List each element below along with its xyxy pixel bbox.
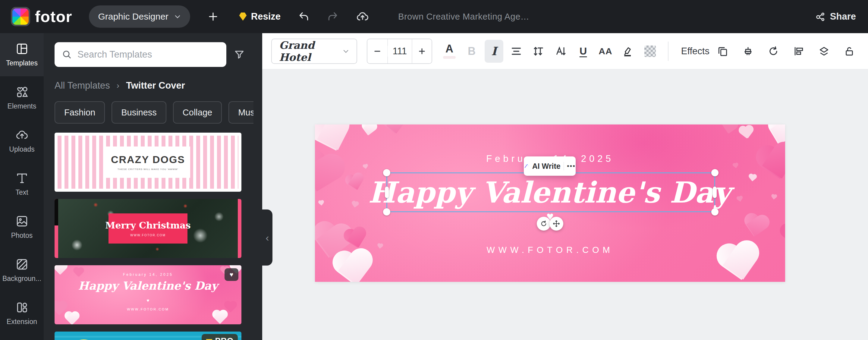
- letter-spacing-icon: [555, 45, 567, 57]
- underline-button[interactable]: U: [574, 40, 592, 63]
- category-chips: Fashion Business Collage Music ›: [55, 101, 253, 124]
- fotor-logo-icon: [11, 7, 30, 26]
- document-title[interactable]: Brown Creative Marketing Age…: [398, 12, 529, 22]
- chip-music[interactable]: Music: [228, 101, 253, 124]
- template-card-merry-christmas[interactable]: Merry Christmas WWW.FOTOR.COM: [55, 199, 241, 258]
- template-card-valentines[interactable]: February 14, 2025 Happy Valentine's Day …: [55, 265, 241, 324]
- background-icon: [16, 258, 29, 271]
- templates-icon: [16, 42, 29, 56]
- heart-decor: [738, 125, 756, 142]
- sidebar-item-label: Text: [16, 188, 28, 196]
- font-size-increase-button[interactable]: [412, 39, 432, 63]
- fotor-editor: fotor Graphic Designer Resize Brown Crea…: [0, 0, 868, 340]
- canvas-url-text[interactable]: WWW.FOTOR.COM: [315, 245, 785, 255]
- heart-decor: [362, 164, 369, 170]
- undo-icon: [298, 11, 310, 22]
- effects-button[interactable]: Effects: [678, 40, 713, 62]
- resize-handle-top-left[interactable]: [383, 169, 390, 176]
- cloud-upload-icon: [356, 10, 369, 23]
- redo-button[interactable]: [327, 11, 338, 22]
- more-options-button[interactable]: •••: [567, 163, 576, 169]
- photos-icon: [16, 215, 29, 228]
- panel-collapse-button[interactable]: ‹: [262, 210, 273, 266]
- toolbar-divider: [668, 41, 669, 61]
- share-button[interactable]: Share: [815, 11, 856, 22]
- font-size-decrease-button[interactable]: [367, 39, 387, 63]
- template-subtitle: THESE CRITTERS WILL MAKE YOU 'AWWW': [118, 168, 179, 171]
- sidebar-item-photos[interactable]: Photos: [0, 206, 44, 249]
- unlock-icon: [844, 45, 855, 57]
- heart-decor: [359, 124, 379, 139]
- favorite-badge[interactable]: ♥: [224, 268, 239, 281]
- layers-button[interactable]: [814, 40, 834, 63]
- chip-business[interactable]: Business: [112, 101, 166, 124]
- rotate-handle-button[interactable]: [537, 217, 551, 230]
- template-url: WWW.FOTOR.COM: [55, 307, 241, 311]
- move-handle-icon: [553, 220, 560, 227]
- resize-button[interactable]: Resize: [239, 11, 281, 22]
- bold-glyph: B: [468, 45, 475, 58]
- resize-label: Resize: [251, 11, 281, 22]
- chip-collage[interactable]: Collage: [173, 101, 222, 124]
- highlight-button[interactable]: [618, 40, 637, 63]
- template-card-pro[interactable]: PRO: [55, 332, 241, 340]
- search-icon: [62, 50, 72, 60]
- font-family-select[interactable]: Grand Hotel: [271, 38, 357, 64]
- elements-icon: [16, 85, 29, 99]
- highlighter-icon: [622, 45, 634, 57]
- filter-icon[interactable]: [234, 49, 245, 60]
- resize-handle-middle-right[interactable]: [713, 187, 717, 198]
- align-button[interactable]: [789, 40, 808, 63]
- sidebar-item-label: Backgroun...: [2, 275, 41, 283]
- duplicate-button[interactable]: [713, 40, 733, 63]
- sidebar-item-uploads[interactable]: Uploads: [0, 119, 44, 162]
- text-case-button[interactable]: AA: [596, 40, 615, 63]
- search-box: [55, 42, 226, 67]
- fotor-logo[interactable]: fotor: [11, 7, 72, 26]
- sidebar-item-background[interactable]: Backgroun...: [0, 249, 44, 292]
- cloud-save-button[interactable]: [356, 10, 369, 23]
- rotate-button[interactable]: [764, 40, 783, 63]
- sidebar-item-templates[interactable]: Templates: [0, 33, 44, 76]
- left-icon-rail: Templates Elements Uploads Text Photos B…: [0, 33, 44, 340]
- lock-button[interactable]: [840, 40, 859, 63]
- move-handle-button[interactable]: [550, 217, 563, 230]
- resize-handle-top-right[interactable]: [711, 169, 718, 176]
- ai-write-button[interactable]: AI Write: [532, 162, 561, 171]
- text-color-button[interactable]: A: [440, 40, 459, 63]
- text-background-button[interactable]: [641, 40, 659, 63]
- text-align-button[interactable]: [507, 40, 526, 63]
- selection-box[interactable]: Happy Valentine's Day: [386, 173, 715, 212]
- breadcrumb-all-templates[interactable]: All Templates: [55, 80, 110, 91]
- tool-switcher-dropdown[interactable]: Graphic Designer: [89, 5, 190, 28]
- heart-decor: [318, 200, 325, 207]
- text-icon: [16, 172, 29, 185]
- template-card-crazy-dogs[interactable]: CRAZY DOGS THESE CRITTERS WILL MAKE YOU …: [55, 133, 241, 192]
- format-brush-button[interactable]: [738, 40, 758, 63]
- new-design-button[interactable]: [208, 11, 218, 22]
- undo-button[interactable]: [298, 11, 310, 22]
- line-spacing-button[interactable]: [529, 40, 548, 63]
- letter-spacing-button[interactable]: [552, 40, 570, 63]
- bold-button[interactable]: B: [462, 40, 481, 63]
- sidebar-item-text[interactable]: Text: [0, 162, 44, 206]
- chip-fashion[interactable]: Fashion: [55, 101, 105, 124]
- sidebar-item-elements[interactable]: Elements: [0, 76, 44, 119]
- italic-button[interactable]: I: [485, 40, 503, 63]
- align-objects-icon: [793, 45, 804, 57]
- object-tools: [713, 40, 859, 63]
- design-canvas[interactable]: February 14, 2025 Happy Valentine's Day …: [315, 124, 785, 282]
- sidebar-item-extension[interactable]: Extension: [0, 292, 44, 335]
- chevron-down-icon: [342, 47, 349, 55]
- duplicate-icon: [717, 45, 728, 57]
- cloud-upload-icon: [16, 128, 29, 142]
- font-size-input[interactable]: [388, 46, 412, 57]
- canvas-headline-text[interactable]: Happy Valentine's Day: [387, 173, 714, 211]
- resize-handle-middle-left[interactable]: [385, 187, 389, 198]
- black-strip: [55, 199, 58, 225]
- search-input[interactable]: [78, 49, 219, 60]
- pink-strip: [238, 199, 241, 258]
- template-list: CRAZY DOGS THESE CRITTERS WILL MAKE YOU …: [55, 133, 241, 340]
- heart-glyph: ♥: [55, 298, 241, 303]
- template-url: WWW.FOTOR.COM: [130, 234, 165, 237]
